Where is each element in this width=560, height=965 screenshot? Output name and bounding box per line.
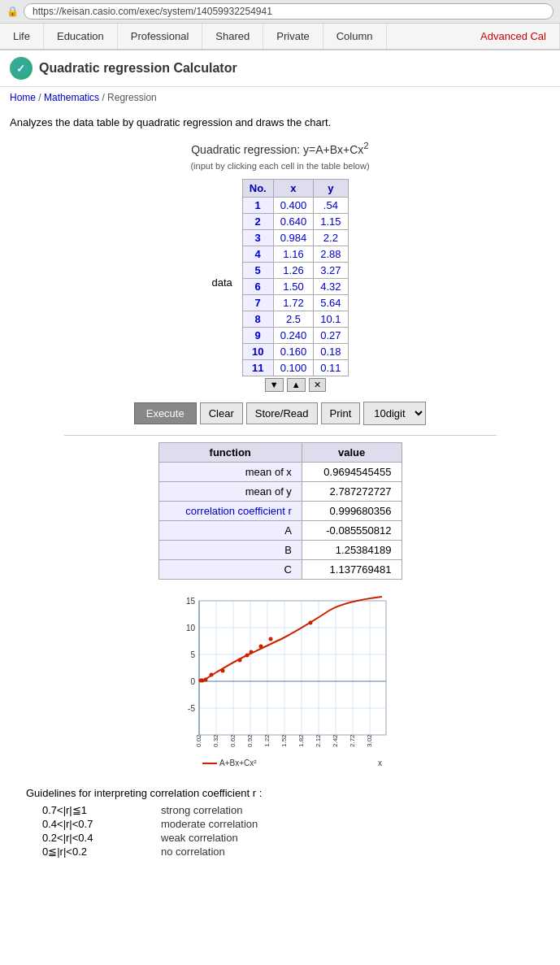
cell-y[interactable]: 0.11 [314, 359, 348, 376]
guideline-row: 0.2<|r|<0.4 weak correlation [26, 832, 534, 844]
result-value: -0.085550812 [302, 520, 402, 540]
svg-text:0.92: 0.92 [246, 734, 254, 747]
cell-no[interactable]: 9 [242, 327, 273, 343]
svg-text:0.02: 0.02 [195, 734, 202, 747]
guideline-desc: weak correlation [161, 832, 238, 844]
svg-point-29 [220, 668, 224, 672]
svg-text:10: 10 [185, 624, 195, 632]
svg-text:x: x [378, 759, 382, 767]
cell-no[interactable]: 6 [242, 278, 273, 294]
digit-select[interactable]: 10digit 6digit 14digit [363, 402, 426, 425]
table-row[interactable]: 5 1.26 3.27 [242, 262, 348, 278]
cell-x[interactable]: 0.100 [273, 359, 314, 376]
svg-text:0.32: 0.32 [212, 734, 219, 747]
table-row[interactable]: 9 0.240 0.27 [242, 327, 348, 343]
cell-x[interactable]: 0.400 [273, 197, 314, 213]
lock-icon: 🔒 [7, 6, 19, 17]
result-row: C 1.137769481 [158, 559, 402, 579]
col-header-y: y [314, 179, 348, 197]
result-value: 0.9694545455 [302, 462, 402, 481]
cell-no[interactable]: 5 [242, 262, 273, 278]
cell-y[interactable]: 1.15 [314, 213, 348, 229]
result-function[interactable]: correlation coefficient r [158, 501, 302, 520]
tab-column[interactable]: Column [323, 24, 387, 49]
result-value: 2.787272727 [302, 481, 402, 501]
formula-title: Quadratic regression: y=A+Bx+Cx2 [10, 140, 550, 156]
cell-no[interactable]: 8 [242, 311, 273, 327]
result-function: B [158, 540, 302, 559]
cell-no[interactable]: 11 [242, 359, 273, 376]
app-title: Quadratic regression Calculator [39, 61, 237, 76]
tab-life[interactable]: Life [0, 24, 44, 49]
svg-text:0.62: 0.62 [229, 734, 237, 747]
tab-shared[interactable]: Shared [202, 24, 263, 49]
cell-no[interactable]: 1 [242, 197, 273, 213]
table-row[interactable]: 1 0.400 .54 [242, 197, 348, 213]
print-button[interactable]: Print [321, 402, 361, 424]
cell-y[interactable]: 4.32 [314, 278, 348, 294]
cell-no[interactable]: 7 [242, 294, 273, 311]
cell-x[interactable]: 1.72 [273, 294, 314, 311]
tab-private[interactable]: Private [263, 24, 323, 49]
chart-svg: 15 10 5 0 -5 [167, 593, 394, 772]
store-read-button[interactable]: Store/Read [246, 402, 318, 424]
table-row[interactable]: 8 2.5 10.1 [242, 311, 348, 327]
cell-y[interactable]: 10.1 [314, 311, 348, 327]
result-function: C [158, 559, 302, 579]
url-bar[interactable]: https://keisan.casio.com/exec/system/140… [24, 3, 553, 20]
cell-x[interactable]: 2.5 [273, 311, 314, 327]
cell-x[interactable]: 1.16 [273, 246, 314, 262]
tab-advanced-cal[interactable]: Advanced Cal [467, 24, 560, 49]
row-up-btn[interactable]: ▲ [287, 378, 306, 392]
tab-education[interactable]: Education [44, 24, 118, 49]
cell-y[interactable]: 5.64 [314, 294, 348, 311]
divider [64, 435, 497, 436]
data-table: No. x y 1 0.400 .54 2 0.640 1.15 3 0.984… [242, 179, 349, 376]
row-down-btn[interactable]: ▼ [265, 378, 284, 392]
svg-text:1.52: 1.52 [280, 734, 288, 747]
svg-text:2.72: 2.72 [349, 734, 356, 747]
cell-y[interactable]: 0.27 [314, 327, 348, 343]
guideline-desc: strong correlation [161, 804, 242, 816]
cell-x[interactable]: 0.160 [273, 343, 314, 359]
cell-y[interactable]: 2.2 [314, 229, 348, 246]
cell-x[interactable]: 0.240 [273, 327, 314, 343]
cell-no[interactable]: 2 [242, 213, 273, 229]
cell-no[interactable]: 3 [242, 229, 273, 246]
cell-x[interactable]: 0.984 [273, 229, 314, 246]
table-row[interactable]: 6 1.50 4.32 [242, 278, 348, 294]
tab-professional[interactable]: Professional [118, 24, 203, 49]
clear-button[interactable]: Clear [200, 402, 243, 424]
breadcrumb-mathematics[interactable]: Mathematics [44, 92, 99, 103]
svg-point-38 [198, 678, 202, 682]
cell-no[interactable]: 4 [242, 246, 273, 262]
cell-x[interactable]: 0.640 [273, 213, 314, 229]
table-row[interactable]: 7 1.72 5.64 [242, 294, 348, 311]
url-text: https://keisan.casio.com/exec/system/140… [33, 6, 272, 17]
table-row[interactable]: 11 0.100 0.11 [242, 359, 348, 376]
cell-x[interactable]: 1.26 [273, 262, 314, 278]
cell-y[interactable]: .54 [314, 197, 348, 213]
svg-text:3.02: 3.02 [366, 734, 373, 747]
result-value: 1.25384189 [302, 540, 402, 559]
breadcrumb-home[interactable]: Home [10, 92, 36, 103]
svg-text:0: 0 [190, 677, 195, 686]
cell-y[interactable]: 0.18 [314, 343, 348, 359]
svg-text:2.12: 2.12 [315, 734, 322, 747]
result-row: A -0.085550812 [158, 520, 402, 540]
svg-text:15: 15 [185, 597, 195, 606]
table-row[interactable]: 3 0.984 2.2 [242, 229, 348, 246]
browser-bar: 🔒 https://keisan.casio.com/exec/system/1… [0, 0, 560, 24]
cell-y[interactable]: 3.27 [314, 262, 348, 278]
cell-x[interactable]: 1.50 [273, 278, 314, 294]
cell-no[interactable]: 10 [242, 343, 273, 359]
table-row[interactable]: 10 0.160 0.18 [242, 343, 348, 359]
page-description: Analyzes the data table by quadratic reg… [10, 116, 550, 128]
svg-text:2.42: 2.42 [332, 734, 339, 747]
row-delete-btn[interactable]: ✕ [309, 378, 326, 392]
result-row: mean of x 0.9694545455 [158, 462, 402, 481]
execute-button[interactable]: Execute [134, 402, 197, 424]
table-row[interactable]: 4 1.16 2.88 [242, 246, 348, 262]
table-row[interactable]: 2 0.640 1.15 [242, 213, 348, 229]
cell-y[interactable]: 2.88 [314, 246, 348, 262]
